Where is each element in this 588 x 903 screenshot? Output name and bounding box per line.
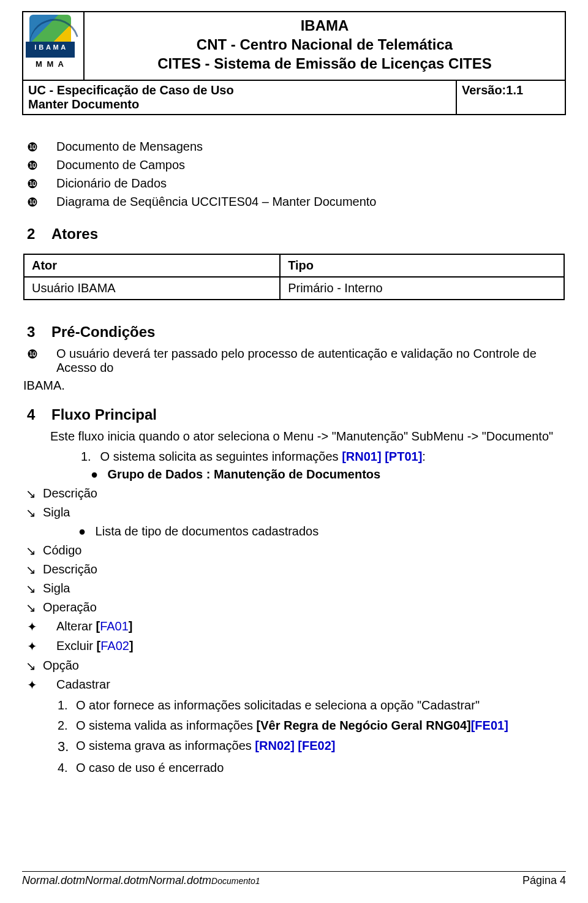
top-bullet-1-text: Documento de Mensagens: [56, 140, 565, 154]
arrow-dr-icon: ↘: [23, 488, 43, 500]
ref-fa01: FA01: [100, 619, 129, 633]
sec3-bullet: ❿ O usuário deverá ter passado pelo proc…: [23, 347, 565, 375]
title-cell: IBAMA CNT - Centro Nacional de Telemátic…: [84, 12, 565, 80]
bullet-icon: ❿: [23, 195, 56, 210]
header-box: I B A M A M M A IBAMA CNT - Centro Nacio…: [22, 11, 566, 115]
step-row-4: 4. O caso de uso é encerrado: [58, 761, 565, 775]
arrow-opcao: ↘ Opção: [23, 659, 565, 673]
footer: Normal.dotmNormal.dotmNormal.dotmDocumen…: [22, 871, 566, 887]
step-row-1: 1. O ator fornece as informações solicit…: [58, 698, 565, 712]
section-3-heading: 3 Pré-Condições: [23, 323, 565, 341]
section-2-heading: 2 Atores: [23, 225, 565, 243]
step1-text: O sistema solicita as seguintes informaç…: [100, 450, 342, 463]
actor-table: Ator Tipo Usuário IBAMA Primário - Inter…: [23, 254, 565, 300]
step-n-1: 1.: [58, 698, 76, 712]
step-row-3: 3. O sistema grava as informações [RN02]…: [58, 739, 565, 755]
step-t-3a: O sistema grava as informações: [76, 739, 255, 752]
top-bullet-1: ❿ Documento de Mensagens: [23, 140, 565, 154]
cross-excluir-text: Excluir [FA02]: [56, 639, 565, 653]
section-3-num: 3: [23, 323, 51, 341]
footer-tpl-2: Normal.dotm: [85, 874, 148, 886]
arrow-codigo: ↘ Código: [23, 543, 565, 557]
footer-tpl-3: Normal.dotm: [148, 874, 211, 886]
uc-line1: UC - Especificação de Caso de Uso: [28, 83, 451, 97]
section-4-num: 4: [23, 406, 51, 423]
section-4-title: Fluxo Principal: [51, 406, 157, 423]
dot-icon: ●: [78, 524, 92, 538]
group-name: Manutenção de Documentos: [210, 467, 380, 481]
ref-fe02: [FE02]: [298, 739, 335, 752]
bullet-icon: ❿: [23, 158, 56, 173]
top-bullet-2-text: Documento de Campos: [56, 158, 565, 172]
actor-td-2: Primário - Interno: [280, 277, 564, 300]
arrow-opcao-text: Opção: [43, 659, 565, 673]
step-n-4: 4.: [58, 761, 76, 775]
actor-th-2: Tipo: [280, 254, 564, 277]
bullet-icon: ❿: [23, 140, 56, 154]
logo-mma: M M A: [26, 59, 75, 69]
cross-excluir-label: Excluir: [56, 639, 97, 652]
cross-cadastrar-text: Cadastrar: [56, 678, 565, 692]
cross-excluir: ✦ Excluir [FA02]: [23, 639, 565, 654]
footer-tpl-1: Normal.dotm: [22, 874, 85, 886]
ref-pt01: [PT01]: [385, 450, 422, 463]
arrow-sigla-2-text: Sigla: [43, 581, 565, 595]
section-2-title: Atores: [51, 225, 98, 243]
sec4-intro: Este fluxo inicia quando o ator selecion…: [50, 429, 565, 444]
top-bullet-4-text: Diagrama de Seqüência UCCITES04 – Manter…: [56, 195, 565, 209]
actor-th-1: Ator: [24, 254, 280, 277]
system-name: CITES - Sistema de Emissão de Licenças C…: [91, 54, 559, 73]
dot-icon: ●: [91, 467, 104, 482]
org-name: IBAMA: [91, 16, 559, 35]
top-bullet-3: ❿ Dicionário de Dados: [23, 176, 565, 191]
top-bullet-3-text: Dicionário de Dados: [56, 176, 565, 191]
list-line: ● Lista de tipo de documentos cadastrado…: [78, 524, 565, 538]
table-row: Usuário IBAMA Primário - Interno: [24, 277, 564, 300]
step-t-1: O ator fornece as informações solicitada…: [76, 698, 480, 712]
footer-page: Página 4: [522, 874, 566, 887]
step-t-4: O caso de uso é encerrado: [76, 761, 224, 775]
step1-colon: :: [422, 450, 426, 463]
sec3-bullet-text: O usuário deverá ter passado pelo proces…: [56, 347, 565, 375]
arrow-sigla-1: ↘ Sigla: [23, 505, 565, 520]
ref-rn01: [RN01]: [342, 450, 381, 463]
section-3-title: Pré-Condições: [51, 323, 155, 341]
step-t-2a: O sistema valida as informações: [76, 719, 257, 732]
top-bullet-2: ❿ Documento de Campos: [23, 158, 565, 173]
cross-alterar: ✦ Alterar [FA01]: [23, 619, 565, 634]
section-2-num: 2: [23, 225, 51, 243]
step-n-2: 2.: [58, 719, 76, 733]
step-n-3: 3.: [58, 739, 76, 755]
sec3-bullet-cont: IBAMA.: [23, 379, 565, 393]
uc-cell: UC - Especificação de Caso de Uso Manter…: [23, 80, 456, 115]
arrow-codigo-text: Código: [43, 543, 565, 557]
content: ❿ Documento de Mensagens ❿ Documento de …: [22, 115, 566, 775]
arrow-operacao-text: Operação: [43, 600, 565, 614]
cross-icon: ✦: [23, 678, 56, 692]
arrow-dr-icon: ↘: [23, 564, 43, 576]
arrow-descricao-2-text: Descrição: [43, 562, 565, 576]
step1-num: 1.: [81, 450, 97, 464]
arrow-dr-icon: ↘: [23, 602, 43, 614]
arrow-sigla-1-text: Sigla: [43, 505, 565, 520]
bullet-icon: ❿: [23, 176, 56, 191]
arrow-dr-icon: ↘: [23, 545, 43, 557]
cross-icon: ✦: [23, 619, 56, 634]
logo-cell: I B A M A M M A: [23, 12, 84, 80]
step-t-2: O sistema valida as informações [Vêr Reg…: [76, 719, 508, 733]
section-4-heading: 4 Fluxo Principal: [23, 406, 565, 423]
dept-name: CNT - Centro Nacional de Telemática: [91, 35, 559, 54]
step-t-2b: [Vêr Regra de Negócio Geral RNG04]: [257, 719, 471, 732]
arrow-descricao-2: ↘ Descrição: [23, 562, 565, 576]
arrow-dr-icon: ↘: [23, 660, 43, 672]
version-cell: Versão:1.1: [456, 80, 565, 115]
step-t-3: O sistema grava as informações [RN02] [F…: [76, 739, 335, 755]
arrow-dr-icon: ↘: [23, 507, 43, 519]
uc-line2: Manter Documento: [28, 97, 451, 111]
actor-td-1: Usuário IBAMA: [24, 277, 280, 300]
ibama-logo: I B A M A M M A: [26, 15, 75, 69]
arrow-dr-icon: ↘: [23, 583, 43, 595]
list-line-text: Lista de tipo de documentos cadastrados: [96, 524, 319, 538]
bullet-icon: ❿: [23, 347, 56, 361]
cross-alterar-text: Alterar [FA01]: [56, 619, 565, 633]
